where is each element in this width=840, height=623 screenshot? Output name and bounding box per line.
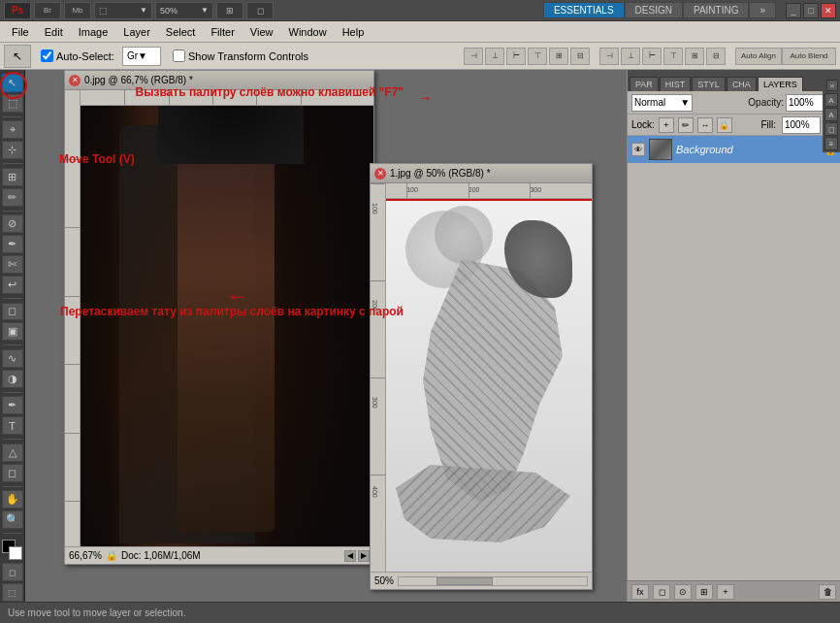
align-left-icon[interactable]: ⊣ (464, 48, 483, 65)
distribute-left-icon[interactable]: ⊣ (599, 48, 619, 65)
panel-icon-3[interactable]: ◻ (824, 122, 838, 136)
show-transform-checkbox[interactable] (173, 49, 185, 62)
screen-mode-btn[interactable]: ⬚ (2, 583, 23, 602)
blur-tool-btn[interactable]: ∿ (2, 349, 23, 368)
panel-icon-1[interactable]: A (824, 93, 838, 107)
distribute-top-icon[interactable]: ⊤ (663, 48, 683, 65)
hand-tool-btn[interactable]: ✋ (2, 490, 23, 508)
background-color[interactable] (9, 546, 22, 560)
tab-styl[interactable]: STYL (692, 77, 726, 91)
fill-field[interactable]: 100% (782, 116, 821, 134)
quick-mask-btn[interactable]: ◻ (2, 563, 23, 581)
history-brush-btn[interactable]: ↩ (2, 276, 23, 294)
new-layer-btn[interactable]: + (717, 584, 734, 600)
menu-help[interactable]: Help (335, 24, 372, 40)
doc2-status: 50% (371, 572, 592, 589)
adjustment-layer-btn[interactable]: ⊙ (674, 584, 692, 600)
distribute-v-icon[interactable]: ⊞ (685, 48, 704, 65)
tab-par[interactable]: PAR (630, 77, 659, 91)
doc1-prev-btn[interactable]: ◀ (344, 550, 356, 562)
dodge-tool-btn[interactable]: ◑ (2, 370, 23, 388)
panel-icon-4[interactable]: ≡ (824, 137, 838, 150)
menu-filter[interactable]: Filter (203, 24, 242, 40)
canvas-area: Move Tool (V) ✕ 0.jpg @ 66,7% (RGB/8) * (25, 70, 627, 602)
tab-cha[interactable]: CHA (727, 77, 757, 91)
lasso-tool-btn[interactable]: ⌖ (2, 120, 23, 139)
bridge-btn[interactable]: Br (34, 2, 61, 19)
text-tool-btn[interactable]: T (2, 416, 23, 435)
blend-mode-dropdown[interactable]: Normal ▼ (631, 94, 693, 112)
doc2-close-btn[interactable]: ✕ (374, 168, 386, 180)
panel-icon-2[interactable]: A (824, 108, 838, 121)
eraser-btn[interactable]: ◻ (2, 303, 23, 321)
lock-brush-icon[interactable]: ✏ (678, 117, 694, 133)
clone-tool-btn[interactable]: ✄ (2, 255, 23, 274)
align-bottom-icon[interactable]: ⊟ (570, 48, 590, 65)
close-btn[interactable]: ✕ (821, 3, 836, 18)
move-tool-btn[interactable]: ↖ (2, 74, 23, 92)
fill-label: Fill: (760, 119, 776, 130)
tab-design[interactable]: DESIGN (625, 2, 683, 18)
menu-select[interactable]: Select (158, 24, 204, 40)
minimize-btn[interactable]: _ (786, 3, 801, 18)
layer-style-btn[interactable]: fx (631, 584, 649, 600)
lock-move-icon[interactable]: + (659, 117, 674, 133)
menu-edit[interactable]: Edit (37, 24, 71, 40)
brush-tool-btn[interactable]: ✒ (2, 235, 23, 253)
panel-footer: fx ◻ ⊙ ⊞ + 🗑 (628, 580, 840, 602)
crop-tool-btn[interactable]: ⊞ (2, 168, 23, 186)
tab-layers[interactable]: LAYERS (758, 77, 803, 91)
doc2-window: ✕ 1.jpg @ 50% (RGB/8) * 100 200 300 400 (370, 163, 593, 590)
tab-painting[interactable]: PAINTING (683, 2, 749, 18)
panel-expand-btn[interactable]: » (826, 80, 838, 91)
align-center-h-icon[interactable]: ⊥ (485, 48, 504, 65)
zoom-dropdown[interactable]: 50%▼ (155, 2, 213, 19)
shape-tool-btn[interactable]: ◻ (2, 464, 23, 482)
delete-layer-btn[interactable]: 🗑 (819, 584, 836, 600)
quick-select-btn[interactable]: ⊹ (2, 141, 23, 159)
menu-image[interactable]: Image (71, 24, 116, 40)
doc1-status: 66,67% 🔒 Doc: 1,06M/1,06M ◀ ▶ (65, 546, 373, 564)
tab-hist[interactable]: HIST (660, 77, 692, 91)
tab-essentials[interactable]: ESSENTIALS (543, 2, 625, 18)
mini-bridge-btn[interactable]: Mb (64, 2, 91, 19)
distribute-right-icon[interactable]: ⊢ (642, 48, 662, 65)
arrange-btn[interactable]: ⊞ (216, 2, 243, 19)
align-top-icon[interactable]: ⊤ (528, 48, 547, 65)
tab-more[interactable]: » (749, 2, 776, 18)
align-center-v-icon[interactable]: ⊞ (549, 48, 568, 65)
align-right-icon[interactable]: ⊢ (506, 48, 526, 65)
heal-tool-btn[interactable]: ⊘ (2, 214, 23, 233)
autoselect-checkbox[interactable] (41, 49, 53, 62)
menu-window[interactable]: Window (281, 24, 335, 40)
move-tool-options-btn[interactable]: ↖ (4, 45, 31, 68)
doc1-close-btn[interactable]: ✕ (69, 75, 81, 86)
doc2-canvas (386, 201, 592, 572)
autoselect-dropdown[interactable]: Gr ▼ (122, 47, 161, 66)
doc1-next-btn[interactable]: ▶ (358, 550, 370, 562)
marquee-tool-btn[interactable]: ⬚ (2, 94, 23, 113)
layer-visibility-icon[interactable]: 👁 (631, 143, 645, 156)
menu-layer[interactable]: Layer (115, 24, 158, 40)
auto-align-icon[interactable]: Auto Align (735, 48, 782, 65)
lock-pos-icon[interactable]: ↔ (697, 117, 713, 133)
distribute-h-icon[interactable]: ⊥ (621, 48, 640, 65)
menu-view[interactable]: View (242, 24, 281, 40)
screen-btn[interactable]: ◻ (246, 2, 274, 19)
opacity-field[interactable]: 100% (786, 94, 824, 112)
group-layer-btn[interactable]: ⊞ (695, 584, 713, 600)
maximize-btn[interactable]: □ (803, 3, 819, 18)
layer-mask-btn[interactable]: ◻ (653, 584, 670, 600)
zoom-tool-btn[interactable]: 🔍 (2, 510, 23, 529)
path-select-btn[interactable]: △ (2, 443, 23, 462)
view-dropdown[interactable]: ⬚▼ (94, 2, 152, 19)
eyedropper-btn[interactable]: ✏ (2, 188, 23, 207)
menu-file[interactable]: File (4, 24, 37, 40)
layer-background[interactable]: 👁 Background 🔒 (628, 136, 840, 163)
pen-tool-btn[interactable]: ✒ (2, 396, 23, 414)
lock-all-icon[interactable]: 🔒 (717, 117, 732, 133)
auto-blend-icon[interactable]: Auto Blend (782, 48, 836, 65)
gradient-btn[interactable]: ▣ (2, 322, 23, 341)
doc2-scrollbar-h[interactable] (398, 576, 588, 586)
distribute-bottom-icon[interactable]: ⊟ (706, 48, 726, 65)
